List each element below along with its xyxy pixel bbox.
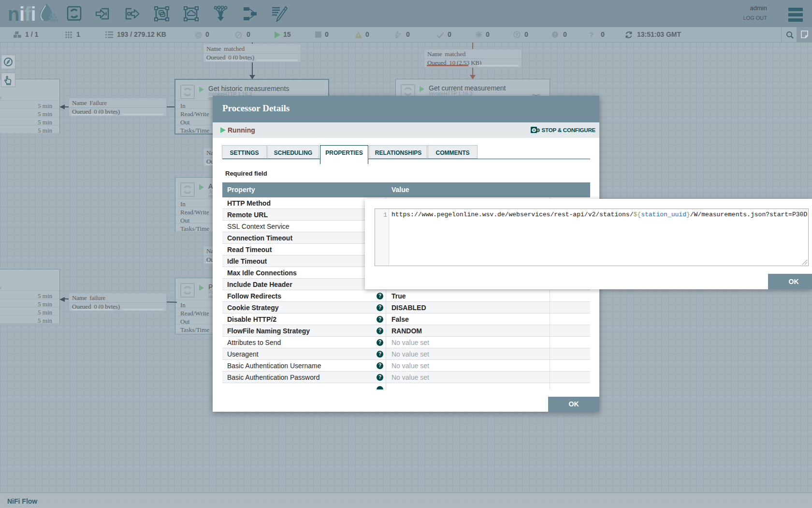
svg-text:⚙: ⚙	[536, 127, 540, 133]
